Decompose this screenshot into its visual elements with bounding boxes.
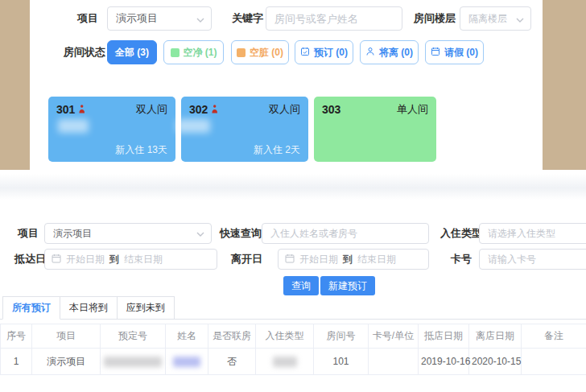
status-button-all-label: 全部 (3) [115, 46, 149, 60]
calendar-icon [285, 254, 295, 266]
cell-card-unit [369, 349, 419, 375]
cell-joint-room: 否 [208, 349, 256, 375]
room-stay-duration: 新入住 13天 [115, 143, 167, 157]
project-label: 项目 [77, 6, 98, 31]
card-number-input[interactable] [479, 249, 586, 270]
floor-select[interactable]: 隔离楼层 [460, 6, 531, 31]
quick-search-input[interactable] [262, 223, 429, 244]
end-date-placeholder: 结束日期 [124, 253, 163, 266]
keyword-label: 关键字 [232, 6, 263, 31]
status-button-group: 全部 (3) 空净 (1) 空脏 (0) 预订 (0) 将离 (0) 请假 (0… [30, 40, 543, 64]
col-header-checkin-type: 入住类型 [256, 324, 314, 349]
leave-calendar-icon [431, 47, 440, 59]
search-button[interactable]: 查询 [283, 276, 319, 295]
status-button-booked-label: 预订 (0) [314, 46, 348, 60]
cell-departure-date: 2020-10-15 [469, 349, 522, 375]
cell-guest-name-redacted [166, 349, 208, 375]
col-header-index: 序号 [1, 324, 32, 349]
table-header-row: 序号 项目 预定号 姓名 是否联房 入住类型 房间号 卡号/单位 抵店日期 离店… [1, 324, 586, 349]
dirty-square-icon [237, 48, 246, 57]
col-header-remark: 备注 [522, 324, 586, 349]
room-card-header: 303 单人间 [322, 102, 428, 117]
status-button-clean-label: 空净 (1) [184, 46, 217, 60]
status-button-leave-label: 请假 (0) [444, 46, 478, 60]
start-date-placeholder: 开始日期 [299, 253, 338, 266]
occupant-name-redacted [58, 119, 89, 133]
tab-expected-not-arrived[interactable]: 应到未到 [118, 296, 175, 320]
background-edge-right [543, 0, 586, 170]
occupant-icon [78, 102, 85, 117]
card-number-label: 卡号 [451, 249, 472, 270]
cell-arrival-date: 2019-10-16 [419, 349, 469, 375]
room-status-panel: 项目 演示项目 关键字 房间楼层 隔离楼层 房间状态 全部 (3) 空净 (1)… [30, 0, 543, 170]
room-type-label: 单人间 [397, 102, 428, 117]
project-select[interactable]: 演示项目 [107, 6, 212, 31]
clean-square-icon [171, 48, 180, 57]
status-button-dirty-label: 空脏 (0) [250, 46, 283, 60]
app-screen: 项目 演示项目 关键字 房间楼层 隔离楼层 房间状态 全部 (3) 空净 (1)… [0, 0, 586, 392]
end-date-placeholder: 结束日期 [357, 253, 396, 266]
col-header-arrival: 抵店日期 [419, 324, 469, 349]
status-button-leave[interactable]: 请假 (0) [425, 40, 484, 64]
cell-remark [522, 349, 586, 375]
col-header-departure: 离店日期 [469, 324, 522, 349]
background-edge-left [0, 0, 30, 170]
tab-all-bookings[interactable]: 所有预订 [2, 296, 60, 320]
status-button-all[interactable]: 全部 (3) [107, 40, 157, 64]
leave-date-label: 离开日 [231, 249, 262, 270]
status-button-departing[interactable]: 将离 (0) [360, 40, 419, 64]
occupant-icon [211, 102, 218, 117]
booking-tabbar: 所有预订 本日将到 应到未到 [2, 296, 175, 320]
project-select-value: 演示项目 [116, 11, 196, 26]
range-separator: 到 [109, 253, 119, 266]
leave-date-range-input[interactable]: 开始日期 到 结束日期 [278, 249, 429, 270]
room-card-301[interactable]: 301 双人间 新入住 13天 [48, 97, 175, 162]
room-card-303[interactable]: 303 单人间 [314, 97, 436, 162]
status-button-dirty[interactable]: 空脏 (0) [231, 40, 289, 64]
room-type-label: 双人间 [269, 102, 300, 117]
booking-table: 序号 项目 预定号 姓名 是否联房 入住类型 房间号 卡号/单位 抵店日期 离店… [0, 324, 586, 375]
checkin-type-select[interactable] [479, 223, 586, 244]
room-card-header: 301 双人间 [56, 102, 167, 117]
section-divider [0, 174, 586, 200]
col-header-room-no: 房间号 [314, 324, 369, 349]
room-card-header: 302 双人间 [189, 102, 300, 117]
tab-arriving-today[interactable]: 本日将到 [60, 296, 118, 320]
arrival-date-range-input[interactable]: 开始日期 到 结束日期 [44, 249, 217, 270]
cell-index: 1 [1, 349, 32, 375]
new-booking-button[interactable]: 新建预订 [320, 276, 375, 295]
chevron-down-icon [516, 13, 524, 25]
chevron-down-icon [196, 13, 204, 25]
arrival-date-label: 抵达日 [14, 249, 46, 270]
col-header-card-unit: 卡号/单位 [369, 324, 419, 349]
occupant-name-redacted [176, 119, 210, 133]
project-select[interactable]: 演示项目 [44, 223, 212, 244]
status-button-clean[interactable]: 空净 (1) [163, 40, 224, 64]
calendar-icon [52, 254, 61, 266]
booking-calendar-icon [300, 47, 310, 59]
start-date-placeholder: 开始日期 [66, 253, 105, 266]
table-row[interactable]: 1 演示项目 否 101 2019-10-16 2020-10-15 [1, 349, 586, 375]
room-card-302[interactable]: 302 双人间 新入住 2天 [181, 97, 308, 162]
status-button-departing-label: 将离 (0) [379, 46, 413, 60]
col-header-booking-no: 预定号 [101, 324, 166, 349]
floor-select-placeholder: 隔离楼层 [468, 12, 516, 26]
checkin-type-label: 入住类型 [440, 223, 482, 244]
room-type-label: 双人间 [136, 102, 167, 117]
chevron-down-icon [196, 228, 204, 239]
keyword-input[interactable] [266, 6, 402, 31]
room-number: 302 [189, 103, 208, 116]
status-button-booked[interactable]: 预订 (0) [295, 40, 353, 64]
floor-label: 房间楼层 [414, 6, 456, 31]
quick-search-label: 快速查询 [220, 223, 262, 244]
room-number: 303 [322, 103, 340, 116]
cell-room-no: 101 [314, 349, 369, 375]
range-separator: 到 [343, 253, 353, 266]
room-number: 301 [56, 103, 75, 116]
cell-checkin-type-redacted [256, 349, 314, 375]
room-stay-duration: 新入住 2天 [254, 143, 300, 157]
cell-booking-no-redacted [101, 349, 166, 375]
departing-person-icon [365, 47, 375, 59]
col-header-joint-room: 是否联房 [208, 324, 256, 349]
cell-project: 演示项目 [32, 349, 101, 375]
